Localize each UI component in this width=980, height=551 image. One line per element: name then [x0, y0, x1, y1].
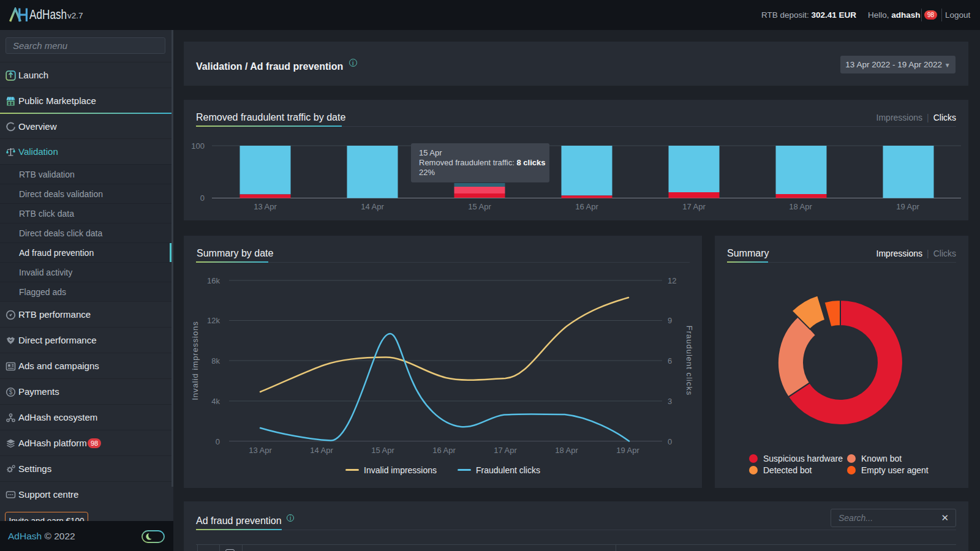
- svg-text:$: $: [9, 389, 13, 395]
- svg-text:Fraudulent clicks: Fraudulent clicks: [685, 326, 694, 396]
